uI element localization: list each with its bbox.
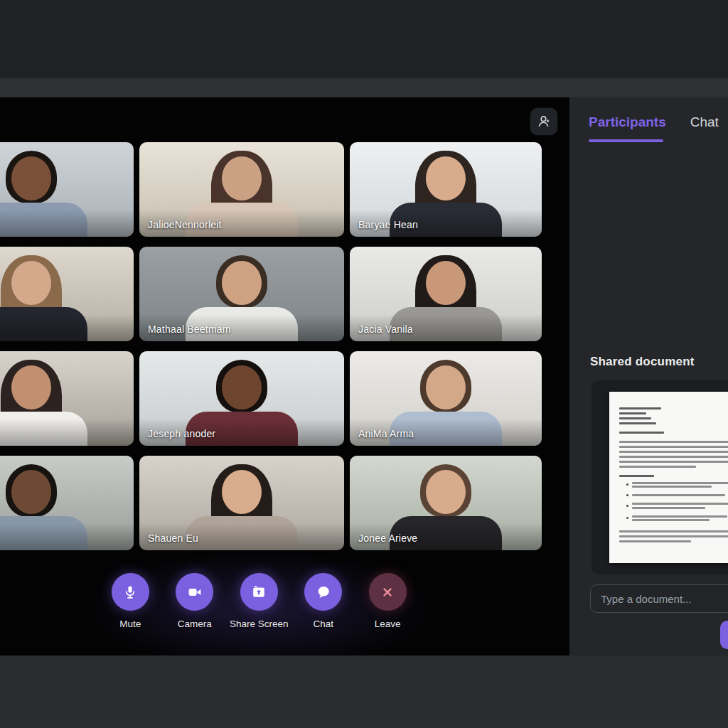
close-x-icon [379, 584, 396, 601]
video-tile[interactable]: suttl [0, 456, 134, 550]
camera-label: Camera [178, 619, 212, 629]
participant-name: JalioeNennorleit [148, 219, 222, 230]
call-toolbar: Mute Camera [98, 573, 420, 629]
participant-name: AniMa Arma [358, 428, 414, 439]
active-tab-underline [589, 139, 663, 142]
participant-name: Shauen Eu [148, 532, 198, 544]
video-camera-icon [186, 584, 203, 601]
document-thumbnail [609, 392, 728, 563]
leave-label: Leave [375, 619, 401, 629]
document-input[interactable] [590, 584, 728, 613]
mute-button[interactable]: Mute [98, 573, 163, 629]
background-top-band [0, 0, 728, 78]
video-tile[interactable]: Jonee Arieve [350, 456, 542, 550]
shared-document-card[interactable] [592, 380, 728, 574]
chat-button[interactable]: Chat [291, 573, 356, 629]
video-tile[interactable]: Jacia Vanila [350, 247, 542, 341]
video-tile[interactable]: Baryae Hean [350, 142, 542, 237]
meeting-window: JalioeNennorleit Baryae Hean urove Matha… [0, 97, 569, 655]
participant-name: Jonee Arieve [358, 532, 417, 544]
send-button[interactable] [720, 621, 728, 649]
video-tile[interactable]: a [0, 351, 134, 446]
background-mid-band [0, 78, 728, 97]
chat-label: Chat [313, 619, 333, 629]
share-screen-button[interactable]: Share Screen [227, 573, 291, 629]
tab-participants[interactable]: Participants [589, 114, 666, 130]
video-tile[interactable]: Jeseph anoder [139, 351, 344, 446]
video-tile[interactable]: JalioeNennorleit [139, 142, 344, 237]
sidebar: Participants Chat Shared document [569, 97, 728, 655]
microphone-icon [122, 584, 139, 601]
participant-name: Jacia Vanila [358, 323, 413, 335]
video-tile[interactable]: Mathaal Beetmam [139, 247, 344, 341]
participant-name: Baryae Hean [358, 219, 418, 230]
share-screen-label: Share Screen [230, 619, 289, 629]
camera-button[interactable]: Camera [163, 573, 228, 629]
leave-button[interactable]: Leave [355, 573, 420, 629]
video-tile[interactable]: AniMa Arma [350, 351, 542, 446]
add-participant-button[interactable] [530, 108, 557, 135]
mute-label: Mute [119, 619, 141, 629]
person-add-icon [536, 114, 552, 129]
tab-chat[interactable]: Chat [690, 114, 719, 130]
video-tile[interactable]: Shauen Eu [139, 456, 344, 550]
video-tile[interactable] [0, 142, 134, 237]
sidebar-tabs: Participants Chat [589, 114, 719, 130]
screen-share-icon [250, 584, 267, 601]
participant-name: Mathaal Beetmam [148, 323, 231, 335]
shared-document-heading: Shared document [590, 355, 695, 369]
chat-bubble-icon [315, 584, 332, 601]
video-grid: JalioeNennorleit Baryae Hean urove Matha… [0, 142, 545, 550]
video-tile[interactable]: urove [0, 247, 134, 341]
participant-name: Jeseph anoder [148, 428, 215, 439]
